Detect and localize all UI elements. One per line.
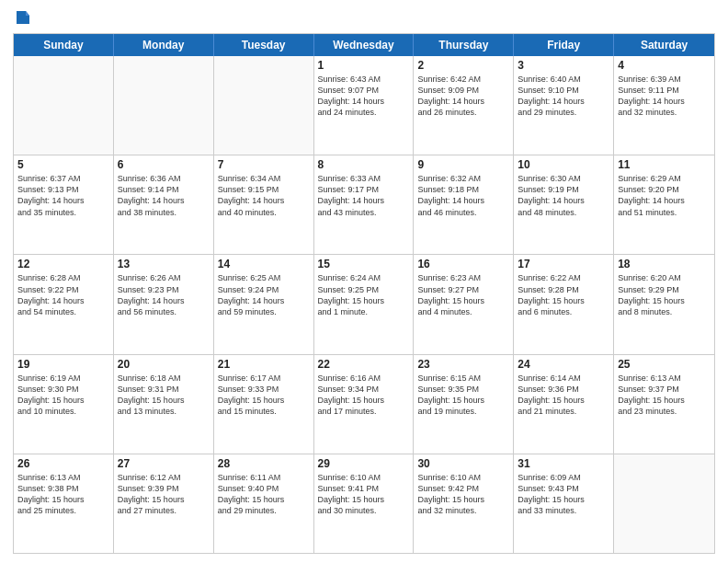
calendar-cell: 31Sunrise: 6:09 AM Sunset: 9:43 PM Dayli… [514, 454, 614, 553]
day-info: Sunrise: 6:42 AM Sunset: 9:09 PM Dayligh… [417, 74, 509, 119]
calendar-cell: 21Sunrise: 6:17 AM Sunset: 9:33 PM Dayli… [214, 355, 314, 454]
day-number: 26 [17, 457, 109, 470]
calendar-cell: 16Sunrise: 6:23 AM Sunset: 9:27 PM Dayli… [414, 255, 514, 353]
day-info: Sunrise: 6:26 AM Sunset: 9:23 PM Dayligh… [118, 272, 210, 317]
calendar-cell: 30Sunrise: 6:10 AM Sunset: 9:42 PM Dayli… [414, 454, 514, 553]
day-number: 22 [318, 358, 410, 371]
day-info: Sunrise: 6:22 AM Sunset: 9:28 PM Dayligh… [518, 272, 609, 317]
day-info: Sunrise: 6:18 AM Sunset: 9:31 PM Dayligh… [118, 373, 210, 418]
day-number: 6 [118, 158, 210, 171]
calendar-cell: 28Sunrise: 6:11 AM Sunset: 9:40 PM Dayli… [214, 454, 314, 553]
calendar-cell: 4Sunrise: 6:39 AM Sunset: 9:11 PM Daylig… [614, 56, 714, 155]
day-info: Sunrise: 6:37 AM Sunset: 9:13 PM Dayligh… [17, 173, 109, 218]
header-day-sunday: Sunday [14, 34, 114, 56]
calendar-cell [14, 56, 114, 155]
calendar-cell: 17Sunrise: 6:22 AM Sunset: 9:28 PM Dayli… [514, 255, 614, 353]
calendar-cell: 3Sunrise: 6:40 AM Sunset: 9:10 PM Daylig… [514, 56, 614, 155]
page: SundayMondayTuesdayWednesdayThursdayFrid… [0, 0, 728, 563]
day-number: 9 [417, 158, 509, 171]
day-info: Sunrise: 6:25 AM Sunset: 9:24 PM Dayligh… [218, 272, 310, 317]
day-number: 28 [218, 457, 310, 470]
day-number: 5 [17, 158, 109, 171]
logo [13, 9, 31, 26]
calendar-cell: 13Sunrise: 6:26 AM Sunset: 9:23 PM Dayli… [114, 255, 214, 353]
calendar-row-2: 5Sunrise: 6:37 AM Sunset: 9:13 PM Daylig… [14, 155, 714, 255]
day-number: 19 [17, 358, 109, 371]
calendar-row-3: 12Sunrise: 6:28 AM Sunset: 9:22 PM Dayli… [14, 255, 714, 354]
header-day-wednesday: Wednesday [314, 34, 415, 56]
calendar-cell: 11Sunrise: 6:29 AM Sunset: 9:20 PM Dayli… [614, 155, 714, 254]
day-info: Sunrise: 6:36 AM Sunset: 9:14 PM Dayligh… [118, 173, 210, 218]
calendar-cell: 1Sunrise: 6:43 AM Sunset: 9:07 PM Daylig… [314, 56, 415, 155]
day-info: Sunrise: 6:33 AM Sunset: 9:17 PM Dayligh… [318, 173, 410, 218]
day-number: 23 [417, 358, 509, 371]
header-day-monday: Monday [114, 34, 214, 56]
day-info: Sunrise: 6:29 AM Sunset: 9:20 PM Dayligh… [618, 173, 711, 218]
day-number: 4 [618, 59, 711, 72]
calendar-cell: 19Sunrise: 6:19 AM Sunset: 9:30 PM Dayli… [14, 355, 114, 454]
day-number: 1 [318, 59, 410, 72]
day-number: 2 [417, 59, 509, 72]
calendar-cell: 27Sunrise: 6:12 AM Sunset: 9:39 PM Dayli… [114, 454, 214, 553]
day-number: 12 [17, 258, 109, 270]
day-info: Sunrise: 6:23 AM Sunset: 9:27 PM Dayligh… [417, 272, 509, 317]
day-number: 27 [118, 457, 210, 470]
day-number: 11 [618, 158, 711, 171]
day-info: Sunrise: 6:20 AM Sunset: 9:29 PM Dayligh… [618, 272, 711, 317]
logo-icon [15, 9, 31, 26]
header-day-friday: Friday [514, 34, 614, 56]
header-day-thursday: Thursday [414, 34, 514, 56]
day-number: 20 [118, 358, 210, 371]
day-info: Sunrise: 6:19 AM Sunset: 9:30 PM Dayligh… [17, 373, 109, 418]
day-info: Sunrise: 6:16 AM Sunset: 9:34 PM Dayligh… [318, 373, 410, 418]
calendar-cell: 7Sunrise: 6:34 AM Sunset: 9:15 PM Daylig… [214, 155, 314, 254]
calendar-cell: 5Sunrise: 6:37 AM Sunset: 9:13 PM Daylig… [14, 155, 114, 254]
calendar-cell: 2Sunrise: 6:42 AM Sunset: 9:09 PM Daylig… [414, 56, 514, 155]
calendar: SundayMondayTuesdayWednesdayThursdayFrid… [13, 33, 715, 554]
day-number: 7 [218, 158, 310, 171]
day-number: 30 [417, 457, 509, 470]
calendar-body: 1Sunrise: 6:43 AM Sunset: 9:07 PM Daylig… [14, 56, 714, 553]
day-info: Sunrise: 6:34 AM Sunset: 9:15 PM Dayligh… [218, 173, 310, 218]
day-number: 29 [318, 457, 410, 470]
day-number: 16 [417, 258, 509, 270]
header [13, 9, 715, 26]
day-info: Sunrise: 6:09 AM Sunset: 9:43 PM Dayligh… [518, 472, 609, 517]
calendar-cell: 24Sunrise: 6:14 AM Sunset: 9:36 PM Dayli… [514, 355, 614, 454]
calendar-cell: 22Sunrise: 6:16 AM Sunset: 9:34 PM Dayli… [314, 355, 415, 454]
day-number: 13 [118, 258, 210, 270]
day-info: Sunrise: 6:11 AM Sunset: 9:40 PM Dayligh… [218, 472, 310, 517]
calendar-header: SundayMondayTuesdayWednesdayThursdayFrid… [14, 34, 714, 56]
calendar-cell: 23Sunrise: 6:15 AM Sunset: 9:35 PM Dayli… [414, 355, 514, 454]
day-info: Sunrise: 6:12 AM Sunset: 9:39 PM Dayligh… [118, 472, 210, 517]
day-info: Sunrise: 6:13 AM Sunset: 9:37 PM Dayligh… [618, 373, 711, 418]
day-info: Sunrise: 6:39 AM Sunset: 9:11 PM Dayligh… [618, 74, 711, 119]
calendar-cell: 15Sunrise: 6:24 AM Sunset: 9:25 PM Dayli… [314, 255, 415, 353]
day-info: Sunrise: 6:10 AM Sunset: 9:41 PM Dayligh… [318, 472, 410, 517]
calendar-cell [214, 56, 314, 155]
calendar-row-5: 26Sunrise: 6:13 AM Sunset: 9:38 PM Dayli… [14, 454, 714, 553]
day-number: 10 [518, 158, 609, 171]
day-number: 15 [318, 258, 410, 270]
day-info: Sunrise: 6:24 AM Sunset: 9:25 PM Dayligh… [318, 272, 410, 317]
svg-marker-0 [17, 11, 29, 24]
day-number: 17 [518, 258, 609, 270]
calendar-row-4: 19Sunrise: 6:19 AM Sunset: 9:30 PM Dayli… [14, 355, 714, 454]
calendar-cell: 6Sunrise: 6:36 AM Sunset: 9:14 PM Daylig… [114, 155, 214, 254]
day-info: Sunrise: 6:40 AM Sunset: 9:10 PM Dayligh… [518, 74, 609, 119]
calendar-cell: 14Sunrise: 6:25 AM Sunset: 9:24 PM Dayli… [214, 255, 314, 353]
calendar-cell: 29Sunrise: 6:10 AM Sunset: 9:41 PM Dayli… [314, 454, 415, 553]
calendar-cell: 18Sunrise: 6:20 AM Sunset: 9:29 PM Dayli… [614, 255, 714, 353]
day-number: 3 [518, 59, 609, 72]
calendar-cell: 9Sunrise: 6:32 AM Sunset: 9:18 PM Daylig… [414, 155, 514, 254]
day-number: 31 [518, 457, 609, 470]
day-info: Sunrise: 6:17 AM Sunset: 9:33 PM Dayligh… [218, 373, 310, 418]
day-number: 25 [618, 358, 711, 371]
day-info: Sunrise: 6:10 AM Sunset: 9:42 PM Dayligh… [417, 472, 509, 517]
day-info: Sunrise: 6:13 AM Sunset: 9:38 PM Dayligh… [17, 472, 109, 517]
day-number: 18 [618, 258, 711, 270]
calendar-cell: 20Sunrise: 6:18 AM Sunset: 9:31 PM Dayli… [114, 355, 214, 454]
day-info: Sunrise: 6:30 AM Sunset: 9:19 PM Dayligh… [518, 173, 609, 218]
day-info: Sunrise: 6:15 AM Sunset: 9:35 PM Dayligh… [417, 373, 509, 418]
svg-marker-1 [26, 11, 29, 16]
